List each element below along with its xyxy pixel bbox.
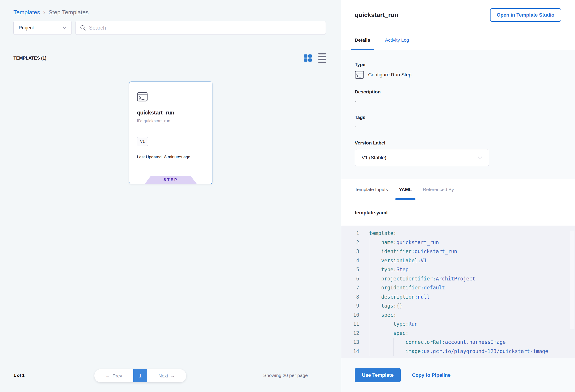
tags-label: Tags <box>355 115 562 120</box>
breadcrumb: Templates › Step Templates <box>13 9 89 16</box>
code-line: 7orgIdentifier: default <box>341 283 575 292</box>
terminal-step-icon <box>137 92 148 101</box>
card-last-updated: Last Updated 8 minutes ago <box>137 155 205 160</box>
list-view-icon[interactable] <box>318 53 326 63</box>
template-detail-panel: quickstart_run Open in Template Studio D… <box>341 0 575 392</box>
type-value: Configure Run Step <box>368 72 411 78</box>
version-badge: V1 <box>137 137 148 146</box>
prev-label: Prev <box>113 373 122 379</box>
detail-title: quickstart_run <box>355 11 398 19</box>
code-line: 1template: <box>341 229 575 238</box>
version-select-value: V1 (Stable) <box>362 155 386 161</box>
search-input[interactable] <box>89 25 321 31</box>
list-header-row: TEMPLATES (1) <box>13 53 326 63</box>
breadcrumb-current: Step Templates <box>49 9 89 16</box>
chevron-down-icon <box>478 156 482 159</box>
per-page-text: Showing 20 per page <box>263 373 308 378</box>
tab-details[interactable]: Details <box>355 30 370 50</box>
card-id: ID: quickstart_run <box>137 118 205 123</box>
code-line: 4versionLabel: V1 <box>341 256 575 265</box>
list-footer: 1 of 1 ← Prev 1 Next → Showing 20 per pa… <box>0 367 341 384</box>
code-line: 3identifier: quickstart_run <box>341 247 575 256</box>
copy-to-pipeline-link[interactable]: Copy to Pipeline <box>412 372 450 378</box>
code-scrollbar[interactable] <box>570 231 574 329</box>
breadcrumb-chevron-icon: › <box>43 9 46 15</box>
code-line: 9tags: {} <box>341 301 575 310</box>
yaml-code-viewer: 1template:2name: quickstart_run3identifi… <box>341 226 575 358</box>
search-icon <box>80 25 86 31</box>
version-select[interactable]: V1 (Stable) <box>355 149 489 166</box>
prev-page-button[interactable]: ← Prev <box>94 369 133 382</box>
type-value-row: Configure Run Step <box>355 71 562 79</box>
yaml-code-lines: 1template:2name: quickstart_run3identifi… <box>341 229 575 356</box>
tags-value: - <box>355 124 562 130</box>
detail-actions: Use Template Copy to Pipeline <box>341 358 575 392</box>
last-updated-label: Last Updated <box>137 155 162 160</box>
card-title: quickstart_run <box>137 110 205 116</box>
next-page-button[interactable]: Next → <box>147 369 186 382</box>
detail-header: quickstart_run Open in Template Studio <box>341 0 575 30</box>
detail-sub-tabs: Template Inputs YAML Referenced By <box>341 179 575 200</box>
templates-count-header: TEMPLATES (1) <box>13 56 46 61</box>
open-in-template-studio-button[interactable]: Open in Template Studio <box>490 8 561 22</box>
grid-view-icon[interactable] <box>304 54 312 62</box>
left-arrow-icon: ← <box>106 373 110 379</box>
code-line: 11type: Run <box>341 320 575 329</box>
description-label: Description <box>355 89 562 94</box>
last-updated-value: 8 minutes ago <box>164 155 190 160</box>
scope-select-value: Project <box>19 25 34 31</box>
code-line: 10spec: <box>341 310 575 320</box>
scope-select[interactable]: Project <box>13 21 72 35</box>
tab-yaml[interactable]: YAML <box>399 179 412 200</box>
breadcrumb-templates-link[interactable]: Templates <box>13 9 40 16</box>
code-line: 6projectIdentifier: ArchitProject <box>341 274 575 283</box>
description-value: - <box>355 98 562 104</box>
view-toggles <box>304 53 326 63</box>
code-line: 12spec: <box>341 329 575 338</box>
detail-tabs: Details Activity Log <box>341 30 575 50</box>
code-line: 13connectorRef: account.harnessImage <box>341 338 575 347</box>
step-type-ribbon: STEP <box>145 176 197 184</box>
page-count: 1 of 1 <box>13 373 25 378</box>
tab-template-inputs[interactable]: Template Inputs <box>355 179 388 200</box>
tab-referenced-by[interactable]: Referenced By <box>423 179 454 200</box>
filter-controls: Project <box>13 21 326 35</box>
template-card[interactable]: quickstart_run ID: quickstart_run V1 Las… <box>129 82 213 184</box>
chevron-down-icon <box>63 27 67 29</box>
yaml-file-header: template.yaml <box>341 200 575 226</box>
right-arrow-icon: → <box>170 373 175 379</box>
current-page-button[interactable]: 1 <box>133 369 147 382</box>
template-card-body: quickstart_run ID: quickstart_run V1 Las… <box>129 82 212 160</box>
terminal-step-icon <box>355 71 364 79</box>
detail-body: Type Configure Run Step Description - Ta… <box>341 50 575 179</box>
code-line: 2name: quickstart_run <box>341 238 575 247</box>
app-root: Templates › Step Templates Project TEMPL… <box>0 0 575 392</box>
templates-list-panel: Templates › Step Templates Project TEMPL… <box>0 0 341 392</box>
pagination: ← Prev 1 Next → <box>94 369 186 382</box>
version-label: Version Label <box>355 140 562 146</box>
yaml-file-name: template.yaml <box>355 210 388 216</box>
tab-activity-log[interactable]: Activity Log <box>385 30 409 50</box>
search-box <box>75 21 326 35</box>
card-divider <box>137 130 205 130</box>
type-label: Type <box>355 62 562 67</box>
use-template-button[interactable]: Use Template <box>355 368 401 382</box>
next-label: Next <box>158 373 168 379</box>
code-line: 14image: us.gcr.io/playground-123/quicks… <box>341 347 575 356</box>
code-line: 8description: null <box>341 292 575 301</box>
code-line: 5type: Step <box>341 265 575 274</box>
